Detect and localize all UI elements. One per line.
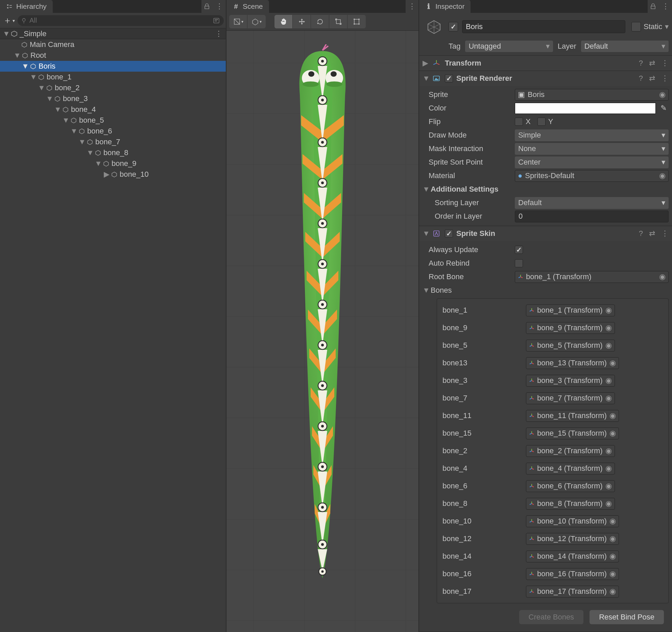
hierarchy-item-bone8[interactable]: ▼bone_8 xyxy=(0,147,226,158)
preset-icon[interactable]: ⇄ xyxy=(649,229,655,238)
hierarchy-item-bone7[interactable]: ▼bone_7 xyxy=(0,137,226,147)
bone-field[interactable]: bone_17 (Transform)◉ xyxy=(526,586,619,598)
fold-icon[interactable]: ▼ xyxy=(3,29,9,38)
sprite-field[interactable]: ▣Boris◉ xyxy=(515,89,669,101)
bone-field[interactable]: bone_6 (Transform)◉ xyxy=(526,480,615,492)
object-picker-icon[interactable]: ◉ xyxy=(605,306,612,315)
fold-icon[interactable]: ▼ xyxy=(39,83,45,92)
object-picker-icon[interactable]: ◉ xyxy=(605,323,612,332)
sprite-skin-enabled[interactable] xyxy=(445,229,453,238)
bone-field[interactable]: bone_8 (Transform)◉ xyxy=(526,498,615,510)
panel-menu-icon[interactable]: ⋮ xyxy=(216,2,223,11)
bone-field[interactable]: bone_5 (Transform)◉ xyxy=(526,340,615,351)
bone-field[interactable]: bone_12 (Transform)◉ xyxy=(526,533,619,545)
lock-icon[interactable] xyxy=(204,3,210,9)
draw-mode-button[interactable]: ▾ xyxy=(229,15,247,28)
sprite-renderer-enabled[interactable] xyxy=(445,74,453,82)
bone-field[interactable]: bone_11 (Transform)◉ xyxy=(526,410,619,422)
hierarchy-item-bone9[interactable]: ▼bone_9 xyxy=(0,158,226,169)
transform-header[interactable]: ▶ Transform ?⇄⋮ xyxy=(419,56,672,71)
rect-tool[interactable] xyxy=(347,15,366,28)
component-menu-icon[interactable]: ⋮ xyxy=(661,74,669,83)
panel-menu-icon[interactable]: ⋮ xyxy=(408,2,416,11)
fold-icon[interactable]: ▼ xyxy=(95,159,101,168)
fold-icon[interactable]: ▼ xyxy=(87,148,93,157)
hierarchy-item-bone6[interactable]: ▼bone_6 xyxy=(0,126,226,137)
fold-icon[interactable]: ▼ xyxy=(423,74,428,83)
static-checkbox[interactable] xyxy=(631,22,641,31)
hierarchy-item-bone3[interactable]: ▼bone_3 xyxy=(0,93,226,104)
help-icon[interactable]: ? xyxy=(639,229,643,238)
bone-field[interactable]: bone_14 (Transform)◉ xyxy=(526,551,619,562)
scale-tool[interactable] xyxy=(329,15,347,28)
root-bone-field[interactable]: bone_1 (Transform)◉ xyxy=(515,271,669,283)
order-field[interactable]: 0 xyxy=(515,211,669,222)
sprite-skin-header[interactable]: ▼ Sprite Skin ?⇄⋮ xyxy=(419,226,672,241)
component-menu-icon[interactable]: ⋮ xyxy=(661,229,669,238)
gameobject-big-icon[interactable] xyxy=(424,16,445,37)
preset-icon[interactable]: ⇄ xyxy=(649,74,655,83)
bone-field[interactable]: bone_10 (Transform)◉ xyxy=(526,515,619,527)
fold-icon[interactable]: ▶ xyxy=(423,59,428,68)
object-picker-icon[interactable]: ◉ xyxy=(605,482,612,490)
hierarchy-item-bone4[interactable]: ▼bone_4 xyxy=(0,104,226,115)
rotate-tool[interactable] xyxy=(311,15,329,28)
object-picker-icon[interactable]: ◉ xyxy=(609,569,616,578)
object-picker-icon[interactable]: ◉ xyxy=(659,272,666,281)
bone-field[interactable]: bone_7 (Transform)◉ xyxy=(526,392,615,404)
tag-dropdown[interactable]: Untagged▾ xyxy=(465,41,553,52)
object-picker-icon[interactable]: ◉ xyxy=(609,359,616,367)
sorting-layer-dropdown[interactable]: Default▾ xyxy=(515,197,669,209)
move-tool[interactable] xyxy=(293,15,311,28)
help-icon[interactable]: ? xyxy=(639,74,643,83)
hierarchy-item-root[interactable]: ▼ Root xyxy=(0,50,226,61)
bone-field[interactable]: bone_3 (Transform)◉ xyxy=(526,375,615,387)
hierarchy-item-bone2[interactable]: ▼bone_2 xyxy=(0,82,226,93)
hierarchy-item-boris[interactable]: ▼ Boris xyxy=(0,61,226,72)
object-picker-icon[interactable]: ◉ xyxy=(609,517,616,526)
fold-icon[interactable]: ▼ xyxy=(79,138,85,146)
flip-x-checkbox[interactable] xyxy=(515,118,523,126)
scene-row[interactable]: ▼ _Simple ⋮ xyxy=(0,28,226,39)
panel-menu-icon[interactable]: ⋮ xyxy=(662,2,669,11)
layer-dropdown[interactable]: Default▾ xyxy=(581,41,669,52)
fold-icon[interactable]: ▶ xyxy=(103,170,110,179)
create-button[interactable]: ＋▾ xyxy=(2,15,16,26)
bone-field[interactable]: bone_1 (Transform)◉ xyxy=(526,305,615,316)
mask-dropdown[interactable]: None▾ xyxy=(515,143,669,155)
scene-sprite-boris[interactable] xyxy=(287,44,358,585)
object-picker-icon[interactable]: ◉ xyxy=(605,394,612,403)
fold-icon[interactable]: ▼ xyxy=(30,73,37,81)
object-picker-icon[interactable]: ◉ xyxy=(659,90,666,99)
lock-icon[interactable] xyxy=(650,3,656,9)
fold-icon[interactable]: ▼ xyxy=(14,51,20,60)
hierarchy-item-main-camera[interactable]: Main Camera xyxy=(0,39,226,50)
hand-tool[interactable] xyxy=(274,15,293,28)
bone-field[interactable]: bone_16 (Transform)◉ xyxy=(526,568,619,580)
object-picker-icon[interactable]: ◉ xyxy=(605,499,612,508)
hierarchy-tab[interactable]: Hierarchy xyxy=(0,0,53,13)
static-dropdown-icon[interactable]: ▾ xyxy=(665,22,669,31)
gameobject-name-field[interactable]: Boris xyxy=(462,20,625,33)
object-picker-icon[interactable]: ◉ xyxy=(605,464,612,473)
fold-icon[interactable]: ▼ xyxy=(47,94,53,103)
fold-icon[interactable]: ▼ xyxy=(71,127,77,136)
object-picker-icon[interactable]: ◉ xyxy=(605,446,612,455)
bone-field[interactable]: bone_9 (Transform)◉ xyxy=(526,322,615,334)
object-picker-icon[interactable]: ◉ xyxy=(659,171,666,180)
fold-icon[interactable]: ▼ xyxy=(55,105,61,114)
object-picker-icon[interactable]: ◉ xyxy=(605,376,612,385)
hierarchy-item-bone5[interactable]: ▼bone_5 xyxy=(0,115,226,126)
fold-icon[interactable]: ▼ xyxy=(63,116,69,125)
gizmo-button[interactable]: ▾ xyxy=(247,15,266,28)
fold-icon[interactable]: ▼ xyxy=(22,62,28,71)
material-field[interactable]: ●Sprites-Default◉ xyxy=(515,170,669,182)
preset-icon[interactable]: ⇄ xyxy=(649,59,655,68)
bone-field[interactable]: bone_2 (Transform)◉ xyxy=(526,445,615,457)
scene-tab[interactable]: # Scene xyxy=(226,0,269,13)
object-picker-icon[interactable]: ◉ xyxy=(605,341,612,350)
reset-bind-pose-button[interactable]: Reset Bind Pose xyxy=(590,610,664,624)
search-type-icon[interactable] xyxy=(213,17,220,24)
auto-rebind-checkbox[interactable] xyxy=(515,259,523,267)
hierarchy-search[interactable]: ⚲ All xyxy=(18,15,224,26)
